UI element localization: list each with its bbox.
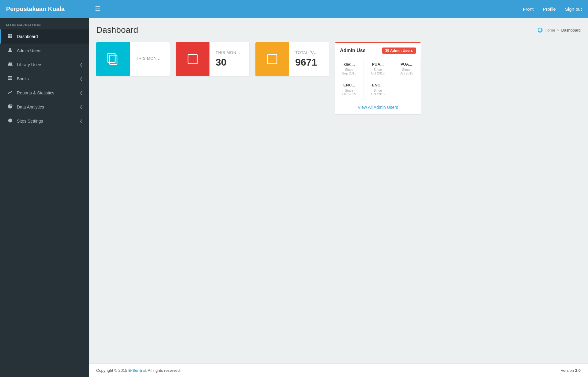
- person-icon: [7, 48, 13, 54]
- chevron-books: ❮: [80, 77, 83, 81]
- breadcrumb-separator: >: [557, 28, 560, 32]
- sidebar-item-admin-users[interactable]: Admin Users: [0, 44, 89, 58]
- stat-card-orange: TOTAL PA... 9671: [255, 42, 329, 76]
- breadcrumb-home[interactable]: Home: [545, 28, 555, 32]
- page-title: Dashboard: [96, 25, 138, 35]
- front-link[interactable]: Front: [523, 6, 533, 12]
- home-icon: 🌐: [537, 28, 543, 32]
- admin-user-cell: PUA... Since Oct 2015: [364, 58, 392, 79]
- admin-user-cell: klad... Since Sep 2015: [335, 58, 364, 79]
- sidebar-item-sites-settings[interactable]: Sites Settings ❮: [0, 114, 89, 128]
- sidebar-section-label: MAIN NAVIGATION: [0, 18, 89, 29]
- documents-icon: [105, 51, 121, 67]
- stat-card-red: THIS MON... 30: [176, 42, 249, 76]
- admin-user-since-date: Oct 2015: [339, 92, 359, 96]
- footer-version-label: Version: [561, 368, 574, 373]
- topnav-right: Front Profile Sign out: [523, 6, 582, 12]
- admin-user-since-label: Since: [368, 68, 387, 71]
- admin-user-name: klad...: [339, 62, 359, 67]
- admin-user-since-label: Since: [339, 89, 359, 92]
- sidebar-item-library-users[interactable]: Library Users ❮: [0, 58, 89, 72]
- stat-card-info-2: THIS MON... 30: [209, 45, 246, 73]
- svg-rect-2: [8, 36, 10, 38]
- content-body: Dashboard 🌐 Home > Dashboard: [89, 18, 588, 364]
- svg-rect-10: [108, 53, 115, 63]
- svg-rect-7: [8, 76, 12, 77]
- stat-card-value-3: 9671: [295, 57, 319, 68]
- admin-user-since-date: Sep 2015: [339, 71, 359, 75]
- footer: Copyright © 2015 E-Sentral. All rights r…: [89, 364, 588, 377]
- svg-rect-8: [8, 78, 12, 78]
- sidebar-label-admin-users: Admin Users: [17, 48, 83, 53]
- stat-card-info-3: TOTAL PA... 9671: [289, 45, 325, 73]
- footer-version: Version 2.0: [561, 368, 581, 373]
- chevron-library-users: ❮: [80, 63, 83, 67]
- sidebar-item-data-analytics[interactable]: Data Analytics ❮: [0, 100, 89, 114]
- square-icon-orange: [265, 51, 280, 67]
- stat-card-label-3: TOTAL PA...: [295, 50, 319, 55]
- admin-user-cell: ENC... Since Oct 2015: [335, 79, 364, 100]
- chevron-reports: ❮: [80, 91, 83, 95]
- sidebar-label-data-analytics: Data Analytics: [17, 105, 80, 109]
- svg-point-4: [9, 48, 11, 50]
- admin-user-name: ENC...: [339, 83, 359, 87]
- svg-point-5: [9, 63, 10, 64]
- svg-rect-1: [10, 34, 12, 36]
- signout-link[interactable]: Sign out: [565, 6, 582, 12]
- main-layout: MAIN NAVIGATION Dashboard Admin Users Li…: [0, 18, 588, 377]
- sidebar-label-sites-settings: Sites Settings: [17, 119, 80, 124]
- content-area: Dashboard 🌐 Home > Dashboard: [89, 18, 588, 377]
- chevron-sites-settings: ❮: [80, 119, 83, 123]
- breadcrumb: 🌐 Home > Dashboard: [537, 28, 581, 32]
- admin-user-cell: PUA... Since Oct 2015: [392, 58, 421, 79]
- admin-user-since-date: Oct 2015: [368, 92, 387, 96]
- stats-row: THIS MON... THIS MON... 30: [96, 42, 581, 114]
- admin-user-since-date: Oct 2015: [368, 71, 387, 75]
- admin-user-name: PUA...: [368, 62, 387, 67]
- stat-card-icon-box-2: [176, 42, 209, 76]
- admin-user-name: ENC...: [368, 83, 387, 87]
- group-icon: [7, 62, 13, 68]
- table-icon: [7, 76, 13, 82]
- footer-version-number: 2.0: [575, 368, 581, 373]
- stat-card-documents: THIS MON...: [96, 42, 170, 76]
- admin-user-since-label: Since: [339, 68, 359, 71]
- admin-user-since-date: Oct 2015: [397, 71, 416, 75]
- square-icon-red: [185, 51, 200, 67]
- svg-rect-0: [8, 34, 10, 36]
- profile-link[interactable]: Profile: [543, 6, 556, 12]
- sidebar-label-dashboard: Dashboard: [17, 34, 83, 39]
- topnav: Perpustakaan Kuala ☰ Front Profile Sign …: [0, 0, 588, 18]
- svg-rect-12: [188, 55, 197, 64]
- dashboard-icon: [7, 33, 13, 40]
- footer-copyright-text: Copyright © 2015: [96, 368, 128, 373]
- admin-user-since-label: Since: [397, 68, 416, 71]
- sidebar-label-library-users: Library Users: [17, 62, 80, 67]
- stat-card-value-2: 30: [216, 57, 240, 68]
- hamburger-icon[interactable]: ☰: [95, 5, 100, 13]
- sidebar-item-reports[interactable]: Reports & Statistics ❮: [0, 86, 89, 100]
- gear-icon: [7, 118, 13, 124]
- svg-rect-13: [268, 55, 277, 64]
- footer-brand-suffix: . All rights reserved.: [146, 368, 181, 373]
- stat-card-icon-box-1: [96, 42, 130, 76]
- view-all-admin-users-link[interactable]: View All Admin Users: [358, 105, 398, 110]
- sidebar-item-books[interactable]: Books ❮: [0, 72, 89, 86]
- chevron-data-analytics: ❮: [80, 105, 83, 109]
- admin-user-cell: ENC... Since Oct 2015: [364, 79, 392, 100]
- admin-users-grid: klad... Since Sep 2015 PUA... Since Oct …: [335, 58, 421, 100]
- sidebar-label-books: Books: [17, 76, 80, 81]
- dashboard-header: Dashboard 🌐 Home > Dashboard: [96, 25, 581, 35]
- admin-user-since-label: Since: [368, 89, 387, 92]
- admin-panel-header: Admin Use 39 Admin Users: [335, 43, 421, 58]
- breadcrumb-current: Dashboard: [561, 28, 581, 32]
- chart-icon: [7, 90, 13, 96]
- sidebar-item-dashboard[interactable]: Dashboard: [0, 29, 89, 44]
- footer-copyright: Copyright © 2015 E-Sentral. All rights r…: [96, 368, 181, 373]
- svg-rect-3: [10, 36, 12, 38]
- svg-point-6: [10, 63, 12, 64]
- pie-icon: [7, 104, 13, 110]
- admin-panel-footer: View All Admin Users: [335, 100, 421, 114]
- stat-card-label-2: THIS MON...: [216, 50, 240, 55]
- svg-rect-9: [8, 79, 12, 80]
